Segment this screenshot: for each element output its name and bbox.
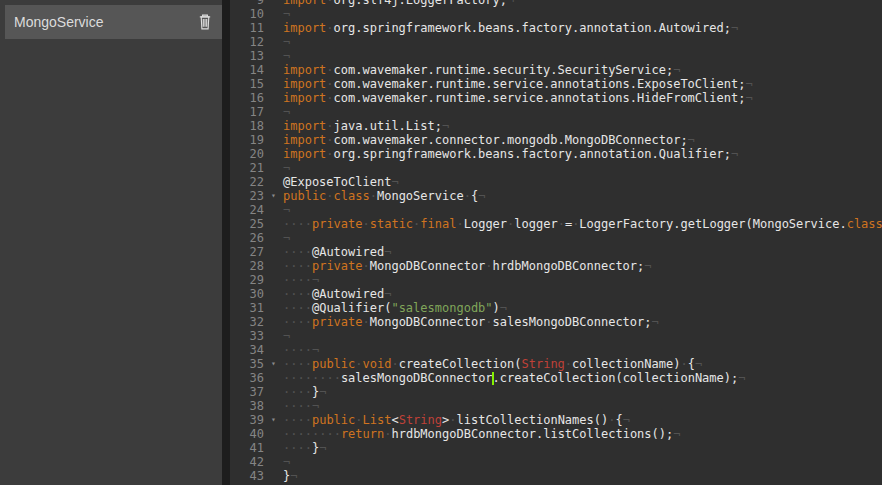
code-line[interactable]: 19import·com.wavemaker.connector.mongodb… — [230, 133, 882, 147]
code-line[interactable]: 24¬ — [230, 203, 882, 217]
newline-mark: ¬ — [283, 35, 290, 49]
code-line[interactable]: 35▾····public·void·createCollection(Stri… — [230, 357, 882, 371]
line-number: 15 — [230, 77, 264, 91]
code-line[interactable]: 40········return·hrdbMongoDBConnector.li… — [230, 427, 882, 441]
service-name-label: MongoService — [14, 14, 196, 30]
code-line[interactable]: 18import·java.util.List;¬ — [230, 119, 882, 133]
line-number: 28 — [230, 259, 264, 273]
newline-mark: ¬ — [442, 119, 449, 133]
line-number: 9 — [230, 0, 264, 7]
code-line[interactable]: 42¬ — [230, 455, 882, 469]
code-line[interactable]: 17¬ — [230, 105, 882, 119]
code-line[interactable]: 10¬ — [230, 7, 882, 21]
trash-icon — [198, 14, 212, 30]
line-number: 18 — [230, 119, 264, 133]
newline-mark: ¬ — [384, 287, 391, 301]
fold-gutter-spacer — [264, 133, 283, 147]
sidebar-item-mongoservice[interactable]: MongoService — [5, 5, 222, 39]
line-number: 11 — [230, 21, 264, 35]
code-text: ········return·hrdbMongoDBConnector.list… — [283, 427, 882, 441]
code-text: ····}¬ — [283, 441, 882, 455]
code-line[interactable]: 31····@Qualifier("salesmongodb")¬ — [230, 301, 882, 315]
fold-gutter-spacer — [264, 21, 283, 35]
code-line[interactable]: 30····@Autowired¬ — [230, 287, 882, 301]
line-number: 14 — [230, 63, 264, 77]
fold-gutter-spacer — [264, 7, 283, 21]
code-line[interactable]: 37····}¬ — [230, 385, 882, 399]
code-text: ····private·MongoDBConnector·salesMongoD… — [283, 315, 882, 329]
code-line[interactable]: 12¬ — [230, 35, 882, 49]
newline-mark: ¬ — [283, 49, 290, 63]
code-line[interactable]: 41····}¬ — [230, 441, 882, 455]
code-line[interactable]: 36········salesMongoDBConnector.createCo… — [230, 371, 882, 385]
code-line[interactable]: 26¬ — [230, 231, 882, 245]
line-number: 16 — [230, 91, 264, 105]
code-text: ¬ — [283, 35, 882, 49]
code-line[interactable]: 43}¬ — [230, 469, 882, 483]
newline-mark: ¬ — [623, 413, 630, 427]
code-line[interactable]: 27····@Autowired¬ — [230, 245, 882, 259]
code-line[interactable]: 15import·com.wavemaker.runtime.service.a… — [230, 77, 882, 91]
code-lines-container: 9import·org.slf4j.LoggerFactory;¬10¬11im… — [230, 0, 882, 483]
fold-gutter-spacer — [264, 0, 283, 7]
code-line[interactable]: 29····¬ — [230, 273, 882, 287]
fold-gutter-spacer — [264, 385, 283, 399]
newline-mark: ¬ — [290, 469, 297, 483]
fold-gutter-spacer — [264, 259, 283, 273]
code-text: ····public·List<String>·listCollectionNa… — [283, 413, 882, 427]
line-number: 22 — [230, 175, 264, 189]
fold-gutter-spacer — [264, 35, 283, 49]
code-line[interactable]: 39▾····public·List<String>·listCollectio… — [230, 413, 882, 427]
code-line[interactable]: 13¬ — [230, 49, 882, 63]
splitter-handle[interactable] — [222, 0, 230, 485]
line-number: 12 — [230, 35, 264, 49]
code-line[interactable]: 28····private·MongoDBConnector·hrdbMongo… — [230, 259, 882, 273]
newline-mark: ¬ — [500, 301, 507, 315]
code-line[interactable]: 32····private·MongoDBConnector·salesMong… — [230, 315, 882, 329]
line-number: 32 — [230, 315, 264, 329]
code-line[interactable]: 33¬ — [230, 329, 882, 343]
code-line[interactable]: 11import·org.springframework.beans.facto… — [230, 21, 882, 35]
code-line[interactable]: 21¬ — [230, 161, 882, 175]
fold-arrow-icon[interactable]: ▾ — [264, 189, 283, 203]
fold-gutter-spacer — [264, 343, 283, 357]
line-number: 37 — [230, 385, 264, 399]
fold-gutter-spacer — [264, 287, 283, 301]
code-text: ····private·MongoDBConnector·hrdbMongoDB… — [283, 259, 882, 273]
code-text: ····¬ — [283, 399, 882, 413]
line-number: 30 — [230, 287, 264, 301]
code-line[interactable]: 25····private·static·final·Logger·logger… — [230, 217, 882, 231]
line-number: 19 — [230, 133, 264, 147]
newline-mark: ¬ — [731, 147, 738, 161]
code-text: import·com.wavemaker.runtime.security.Se… — [283, 63, 882, 77]
code-text: ····public·void·createCollection(String·… — [283, 357, 882, 371]
newline-mark: ¬ — [312, 399, 319, 413]
line-number: 24 — [230, 203, 264, 217]
line-number: 39 — [230, 413, 264, 427]
code-text: import·com.wavemaker.runtime.service.ann… — [283, 77, 882, 91]
fold-arrow-icon[interactable]: ▾ — [264, 357, 283, 371]
delete-service-button[interactable] — [196, 12, 214, 32]
line-number: 23 — [230, 189, 264, 203]
code-line[interactable]: 22@ExposeToClient¬ — [230, 175, 882, 189]
code-line[interactable]: 23▾public·class·MongoService·{¬ — [230, 189, 882, 203]
newline-mark: ¬ — [283, 231, 290, 245]
line-number: 33 — [230, 329, 264, 343]
code-text: ········salesMongoDBConnector.createColl… — [283, 371, 882, 385]
code-line[interactable]: 16import·com.wavemaker.runtime.service.a… — [230, 91, 882, 105]
code-line[interactable]: 14import·com.wavemaker.runtime.security.… — [230, 63, 882, 77]
code-line[interactable]: 9import·org.slf4j.LoggerFactory;¬ — [230, 0, 882, 7]
line-number: 21 — [230, 161, 264, 175]
newline-mark: ¬ — [731, 21, 738, 35]
code-text: import·java.util.List;¬ — [283, 119, 882, 133]
fold-arrow-icon[interactable]: ▾ — [264, 413, 283, 427]
code-line[interactable]: 20import·org.springframework.beans.facto… — [230, 147, 882, 161]
fold-gutter-spacer — [264, 105, 283, 119]
line-number: 35 — [230, 357, 264, 371]
code-line[interactable]: 34····¬ — [230, 343, 882, 357]
code-text: ····@Autowired¬ — [283, 245, 882, 259]
code-editor[interactable]: 9import·org.slf4j.LoggerFactory;¬10¬11im… — [230, 0, 882, 485]
services-sidebar: MongoService — [0, 0, 222, 485]
fold-gutter-spacer — [264, 91, 283, 105]
code-line[interactable]: 38····¬ — [230, 399, 882, 413]
